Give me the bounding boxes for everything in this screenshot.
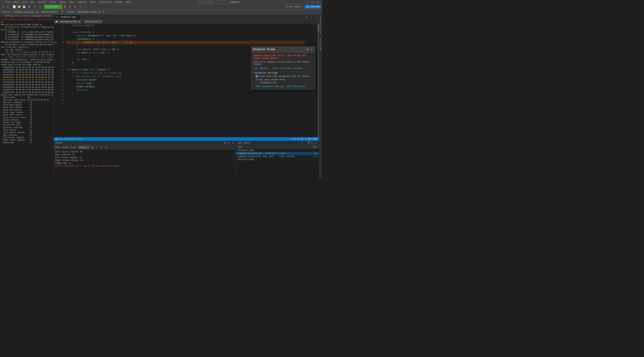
tab-split-button[interactable]: ⊟ [304,15,308,19]
save-button[interactable]: 💾 [22,4,26,9]
token: // ends earlier. Per C++ standard, local [72,75,121,78]
output-close-button[interactable]: ✕ [231,142,234,144]
token: IntHolder [77,78,88,82]
continue-button[interactable]: ▶ Continue ▾ [44,4,62,9]
exception-unchecked-checkbox[interactable] [258,82,260,84]
solution-explorer-tab[interactable]: Solution Explorer [319,14,322,35]
open-button[interactable]: 📁 [17,4,21,9]
back-button[interactable]: ◁ [1,4,5,9]
token: . [84,85,85,88]
tab-up-button[interactable]: ⌃ [309,15,313,19]
output-content[interactable]: Intra object redzone: bb ASan internal: … [54,150,236,178]
menu-file[interactable]: File [4,0,12,4]
callstack-row-0[interactable]: [External Code] [236,149,319,152]
callstack-pin-button[interactable]: 📌 [307,142,310,144]
line-number-9: 9 [59,51,64,54]
menu-project[interactable]: Project [36,0,48,4]
output-copy-button[interactable]: ⎘ [100,146,103,149]
cs-row-lang: C++ [306,155,318,158]
breadcrumb-scope-select[interactable]: (Global Scope) [84,20,102,24]
exception-settings-title: ▼ Exception Settings [254,72,313,74]
liveshare-label: Live Share [288,6,301,8]
breadcrumb-files-select[interactable]: Miscellaneous Files [59,20,81,24]
new-file-button[interactable]: 📄 [12,4,16,9]
maximize-button[interactable]: □ [310,0,315,4]
check-icon: ✓ [256,75,257,78]
preview-button[interactable]: INT PREVIEW [304,5,321,8]
redo-button[interactable]: ↪ [38,4,42,9]
step-into-button[interactable]: ↓ [84,4,88,9]
exception-checkbox[interactable]: ✓ [256,75,258,78]
forward-button[interactable]: ▷ [6,4,10,9]
menu-tools[interactable]: Tools [88,0,98,4]
menu-git[interactable]: Git [29,0,36,4]
exception-checkbox-row[interactable]: ✓ Break when this exception type is thro… [254,75,313,78]
token: x [92,85,93,88]
callstack-float-button[interactable]: ⊟ [311,142,314,144]
exception-unchecked-row[interactable]: example3.exe [254,82,313,84]
output-wordwrap-button[interactable]: ⏎ [95,146,98,149]
callstack-row-2[interactable]: example3.exe!main(int argc, char * * arg… [236,155,319,158]
continue-label: Continue [48,6,58,8]
scrollbar-thumb[interactable] [318,24,319,31]
tab-close-icon[interactable]: × [77,16,78,18]
scrollbar-vertical[interactable] [318,24,319,137]
thread-select[interactable]: [49724] Main Thread [76,10,101,14]
output-pin-button[interactable]: 📌 [224,142,227,144]
tab-down-button[interactable]: ⌄ [314,15,318,19]
callstack-row-1[interactable]: example3.exe!IntHolder::~IntHolder() Lin… [236,152,319,155]
exception-pin-button[interactable]: 📌 [306,48,309,51]
callstack-row-3[interactable]: [External Code] [236,158,319,161]
terminal-content[interactable]: =76188==ERROR: AddressSanitizer: stack-u… [0,18,54,178]
open-exception-settings-link[interactable]: Open Exception Settings [256,85,284,88]
cs-row-name: [External Code] [238,158,306,160]
process-select[interactable]: [76188] example3.exe [12,10,38,14]
exception-close-button[interactable]: ✕ [310,48,313,51]
gutter-line-21 [54,92,58,95]
token [67,48,77,51]
team-explorer-tab[interactable]: Team Explorer [319,36,322,52]
menu-test[interactable]: Test [68,0,76,4]
menu-view[interactable]: View [21,0,29,4]
menu-analyze[interactable]: Analyze [76,0,88,4]
callstack-rows: [External Code]example3.exe!IntHolder::~… [236,149,319,161]
close-button[interactable]: ✕ [316,0,320,4]
token: ; [92,82,93,85]
step-over-button[interactable]: ⤵ [79,4,84,9]
output-source-select[interactable]: Debug [78,146,90,149]
liveshare-button[interactable]: ⟳ Live Share [284,4,302,9]
code-line-4: explicit IntHolder(int *val = 0) : val_(… [67,34,305,38]
token: []) { [103,68,109,71]
output-float-button[interactable]: ⊟ [228,142,230,144]
code-line-24 [67,102,305,105]
step-out-button[interactable]: ↑ [89,4,93,9]
search-input[interactable] [198,0,228,4]
menu-build[interactable]: Build [48,0,58,4]
menu-extensions[interactable]: Extensions [98,0,113,4]
menu-window[interactable]: Window [114,0,124,4]
token [70,68,72,71]
token: ) { [98,48,103,51]
output-clear-button[interactable]: 🗑 [90,146,94,149]
edit-conditions-link[interactable]: Edit Conditions [287,85,306,88]
lifecycle-button[interactable]: Lifecycle Events ▾ [39,10,60,14]
menu-debug[interactable]: Debug [58,0,67,4]
liveshare-session-link[interactable]: Start Live Share session... [273,67,306,70]
pause-button[interactable]: ⏸ [63,4,68,9]
token [67,58,77,61]
token: ( [87,48,88,51]
copy-details-link[interactable]: Copy Details [254,67,268,70]
output-settings-button[interactable]: ⚙ [104,146,108,149]
callstack-close-button[interactable]: ✕ [314,142,318,144]
save-all-button[interactable]: ⊞ [26,4,31,9]
menu-help[interactable]: Help [124,0,132,4]
minimize-button[interactable]: — [305,0,310,4]
tab-example3[interactable]: C++ example3.cpp × [54,14,80,20]
gutter-line-4 [54,34,58,38]
menu-edit[interactable]: Edit [12,0,20,4]
token: int [67,68,70,71]
restart-button[interactable]: ↻ [73,4,77,9]
undo-button[interactable]: ↩ [33,4,37,9]
breakpoint-icon: ● [55,41,56,44]
stop-button[interactable]: ■ [68,4,72,9]
